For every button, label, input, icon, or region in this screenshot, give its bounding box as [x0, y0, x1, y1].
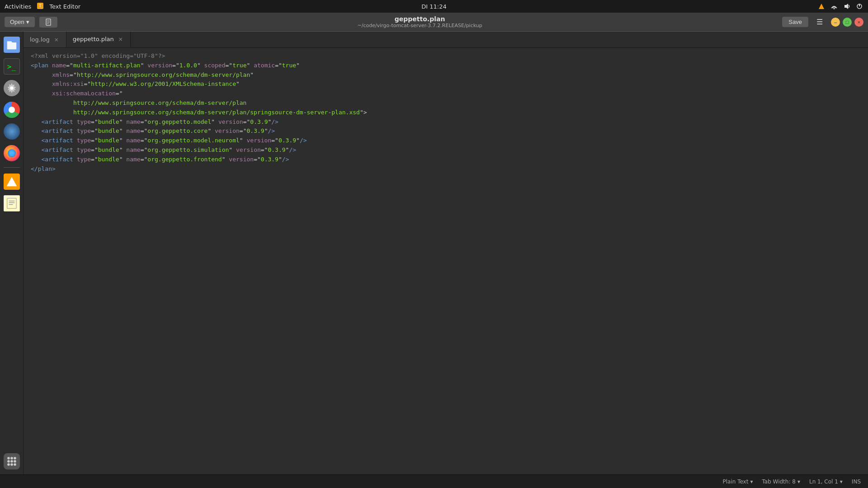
status-language[interactable]: Plain Text ▾: [722, 479, 753, 485]
editor-content[interactable]: <?xml version="1.0" encoding="UTF-8"?> <…: [24, 48, 868, 474]
files-icon: [4, 37, 20, 53]
activities-button[interactable]: Activities: [5, 3, 31, 10]
vlc-tray-icon: [817, 2, 826, 10]
svg-point-20: [7, 460, 10, 463]
code-line-1: <?xml version="1.0" encoding="UTF-8"?>: [24, 52, 868, 61]
svg-point-18: [10, 457, 13, 460]
status-tab-width-label: Tab Width: 8: [762, 479, 795, 485]
code-line-7: http://www.springsource.org/schema/dm-se…: [24, 108, 868, 117]
sidebar-icon-blue-app[interactable]: [2, 122, 21, 141]
svg-point-25: [14, 463, 16, 466]
vlc-icon: [4, 174, 20, 190]
notepad-icon: [4, 195, 20, 211]
tab-geppetto-label: geppetto.plan: [73, 36, 114, 42]
svg-marker-4: [844, 4, 848, 9]
sidebar-icon-chrome[interactable]: [2, 100, 21, 119]
sidebar-icon-divider: [4, 167, 20, 168]
code-line-10: <artifact type="bundle" name="org.geppet…: [24, 136, 868, 145]
blue-app-icon: [4, 123, 20, 140]
svg-point-23: [7, 463, 10, 466]
status-position-chevron: ▾: [840, 479, 843, 485]
code-line-4: xmlns:xsi="http://www.w3.org/2001/XMLSch…: [24, 80, 868, 89]
sidebar-icon-texteditor[interactable]: [2, 194, 21, 213]
svg-marker-2: [819, 4, 824, 9]
power-tray-icon: [855, 2, 863, 10]
status-mode-label: INS: [852, 479, 861, 485]
tab-log-close[interactable]: ×: [53, 37, 60, 43]
code-line-3: xmlns="http://www.springsource.org/schem…: [24, 70, 868, 80]
status-mode: INS: [852, 479, 861, 485]
code-line-13: </plan>: [24, 164, 868, 174]
recent-files-button[interactable]: [39, 17, 57, 28]
code-line-11: <artifact type="bundle" name="org.geppet…: [24, 145, 868, 155]
open-label: Open: [10, 19, 24, 25]
window-controls: – □ ×: [831, 18, 863, 27]
app-menu-button[interactable]: ☰: [813, 16, 826, 28]
volume-tray-icon: [843, 2, 851, 10]
code-line-5: xsi:schemaLocation=": [24, 89, 868, 99]
svg-rect-13: [7, 198, 16, 209]
main-layout: >_: [0, 32, 868, 474]
code-line-2: <plan name="multi-artifact.plan" version…: [24, 61, 868, 70]
svg-point-22: [14, 460, 16, 463]
sidebar: >_: [0, 32, 24, 474]
minimize-button[interactable]: –: [831, 18, 840, 27]
status-language-chevron: ▾: [750, 479, 753, 485]
sidebar-icon-files[interactable]: [2, 35, 21, 54]
code-line-6: http://www.springsource.org/schema/dm-se…: [24, 99, 868, 108]
system-bar-tray: [817, 2, 863, 10]
svg-marker-12: [6, 177, 17, 186]
tab-log[interactable]: log.log ×: [24, 32, 66, 47]
title-filename: geppetto.plan: [62, 15, 778, 23]
status-position-label: Ln 1, Col 1: [809, 479, 838, 485]
status-bar: Plain Text ▾ Tab Width: 8 ▾ Ln 1, Col 1 …: [0, 474, 868, 488]
sidebar-icon-apps[interactable]: [2, 452, 21, 471]
editor-container: log.log × geppetto.plan × <?xml version=…: [24, 32, 868, 474]
system-bar-time: DI 11:24: [421, 3, 446, 10]
settings-icon: [4, 80, 20, 96]
sidebar-icon-vlc[interactable]: [2, 172, 21, 191]
svg-point-24: [10, 463, 13, 466]
close-button[interactable]: ×: [854, 18, 863, 27]
app-titlebar: Open ▾ geppetto.plan ~/code/virgo-tomcat…: [0, 13, 868, 32]
maximize-button[interactable]: □: [843, 18, 852, 27]
sidebar-icon-firefox[interactable]: [2, 144, 21, 163]
chrome-icon: [4, 102, 20, 118]
save-button[interactable]: Save: [782, 17, 808, 27]
system-bar: Activities T Text Editor DI 11:24: [0, 0, 868, 13]
tab-geppetto[interactable]: geppetto.plan ×: [66, 32, 131, 47]
title-path: ~/code/virgo-tomcat-server-3.7.2.RELEASE…: [62, 23, 778, 28]
status-tab-width[interactable]: Tab Width: 8 ▾: [762, 479, 800, 485]
sidebar-icon-settings[interactable]: [2, 79, 21, 98]
svg-text:T: T: [39, 4, 42, 8]
file-icon: [45, 19, 52, 26]
system-bar-app-name: Text Editor: [49, 3, 80, 10]
svg-point-17: [7, 457, 10, 460]
code-line-9: <artifact type="bundle" name="org.geppet…: [24, 127, 868, 136]
network-tray-icon: [830, 2, 838, 10]
status-position[interactable]: Ln 1, Col 1 ▾: [809, 479, 843, 485]
terminal-icon: >_: [4, 58, 20, 75]
app-icon-small: T: [37, 2, 44, 11]
code-line-12: <artifact type="bundle" name="org.geppet…: [24, 155, 868, 164]
title-area: geppetto.plan ~/code/virgo-tomcat-server…: [62, 15, 778, 28]
svg-point-19: [14, 457, 16, 460]
all-apps-icon: [4, 453, 20, 469]
xml-decl: <?xml version="1.0" encoding="UTF-8"?>: [31, 52, 165, 59]
code-line-8: <artifact type="bundle" name="org.geppet…: [24, 117, 868, 127]
status-language-label: Plain Text: [722, 479, 748, 485]
tab-log-label: log.log: [30, 36, 50, 43]
open-chevron-icon: ▾: [26, 19, 29, 25]
system-bar-left: Activities T Text Editor: [5, 2, 80, 11]
svg-point-21: [10, 460, 13, 463]
tab-geppetto-close[interactable]: ×: [118, 36, 124, 42]
tabs-bar: log.log × geppetto.plan ×: [24, 32, 868, 48]
sidebar-icon-terminal[interactable]: >_: [2, 57, 21, 76]
firefox-icon: [4, 145, 20, 161]
status-tab-chevron: ▾: [797, 479, 800, 485]
svg-point-3: [834, 8, 835, 9]
open-button[interactable]: Open ▾: [5, 17, 35, 27]
